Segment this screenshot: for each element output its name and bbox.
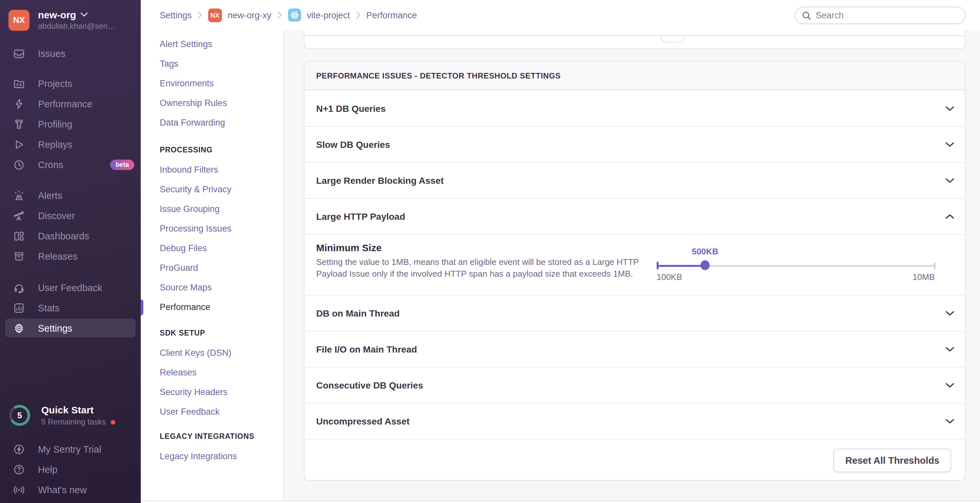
settings-nav-debug-files[interactable]: Debug Files	[160, 238, 280, 258]
svg-text:5: 5	[18, 411, 22, 420]
detector-row-large-http-payload[interactable]: Large HTTP Payload	[304, 198, 965, 234]
sidebar-item-replays[interactable]: Replays	[0, 134, 141, 154]
slider-min-label: 100KB	[657, 272, 682, 282]
sidebar-item-label: Help	[38, 464, 57, 474]
settings-nav-list: Alert SettingsTagsEnvironmentsOwnership …	[160, 34, 280, 466]
sidebar-item-what-s-new[interactable]: What's new	[0, 479, 141, 500]
settings-nav-processing-issues[interactable]: Processing Issues	[160, 219, 280, 238]
page-footer-edge	[141, 500, 980, 503]
slider-thumb[interactable]	[700, 260, 710, 270]
detail-text-block: Minimum Size Setting the value to 1MB, m…	[304, 235, 657, 295]
sidebar-nav: Issues Projects Performance Profiling Re…	[0, 43, 141, 338]
slider-max-cap	[934, 262, 935, 270]
nav-section-header: SDK SETUP	[160, 323, 280, 343]
quick-start-panel[interactable]: 5 Quick Start 5 Remaining tasks	[8, 404, 115, 427]
detector-row-consecutive-db-queries[interactable]: Consecutive DB Queries	[304, 367, 965, 403]
detector-row-slow-db-queries[interactable]: Slow DB Queries	[304, 126, 965, 162]
sidebar-item-releases[interactable]: Releases	[0, 246, 141, 266]
sidebar-item-label: Dashboards	[38, 230, 89, 241]
issues-icon	[13, 48, 25, 59]
detail-field-name: Minimum Size	[316, 242, 657, 253]
sidebar-item-help[interactable]: Help	[0, 459, 141, 479]
sidebar-item-dashboards[interactable]: Dashboards	[0, 226, 141, 246]
sidebar-item-stats[interactable]: Stats	[0, 298, 141, 318]
sidebar-item-my-sentry-trial[interactable]: My Sentry Trial	[0, 439, 141, 459]
chevron-down-icon	[945, 311, 955, 316]
breadcrumb-item-settings[interactable]: Settings	[160, 10, 192, 20]
detector-row-uncompressed-asset[interactable]: Uncompressed Asset	[304, 403, 965, 439]
settings-nav-performance[interactable]: Performance	[160, 297, 280, 317]
sidebar-item-label: Crons	[38, 159, 63, 170]
nav-section-header: PROCESSING	[160, 140, 280, 160]
search-input[interactable]	[816, 11, 958, 20]
top-bar: SettingsNXnew-org-xyvite-projectPerforma…	[141, 0, 980, 30]
sidebar-item-label: Stats	[38, 303, 60, 313]
settings-nav-environments[interactable]: Environments	[160, 73, 280, 93]
org-switcher[interactable]: NX new-org abdullah.khan@sen…	[0, 0, 141, 37]
alerts-icon	[13, 189, 25, 201]
org-name: new-org	[38, 9, 76, 20]
quick-start-meta: Quick Start 5 Remaining tasks	[41, 404, 115, 427]
slider-min-cap	[657, 262, 659, 270]
chevron-down-icon	[945, 178, 955, 183]
breadcrumb-item-new-org-xy[interactable]: NXnew-org-xy	[208, 8, 272, 22]
settings-nav-tags[interactable]: Tags	[160, 54, 280, 73]
chevron-down-icon	[81, 13, 88, 17]
settings-nav-legacy-integrations[interactable]: Legacy Integrations	[160, 446, 280, 466]
sidebar-item-label: Discover	[38, 210, 75, 221]
settings-nav-ownership-rules[interactable]: Ownership Rules	[160, 93, 280, 113]
sidebar-item-issues[interactable]: Issues	[0, 43, 141, 63]
search-box[interactable]	[795, 6, 966, 24]
sidebar-item-crons[interactable]: Cronsbeta	[0, 154, 141, 175]
org-badge: NX	[208, 8, 222, 22]
detector-row-label: Large HTTP Payload	[316, 211, 405, 222]
settings-nav-security-privacy[interactable]: Security & Privacy	[160, 179, 280, 199]
sidebar-item-profiling[interactable]: Profiling	[0, 114, 141, 134]
sidebar-item-alerts[interactable]: Alerts	[0, 185, 141, 205]
detail-field-description: Setting the value to 1MB, means that an …	[316, 256, 647, 279]
breadcrumb-item-vite-project[interactable]: vite-project	[288, 8, 350, 22]
reset-all-thresholds-button[interactable]: Reset All Thresholds	[834, 449, 951, 472]
detector-row-file-i-o-on-main-thread[interactable]: File I/O on Main Thread	[304, 331, 965, 367]
breadcrumb-label: Performance	[366, 10, 417, 20]
sidebar-item-discover[interactable]: Discover	[0, 205, 141, 226]
sidebar-item-projects[interactable]: Projects	[0, 73, 141, 94]
settings-nav-releases[interactable]: Releases	[160, 362, 280, 382]
minimum-size-slider: 500KB 100KB 10MB	[657, 235, 935, 295]
settings-nav-alert-settings[interactable]: Alert Settings	[160, 34, 280, 54]
settings-nav-inbound-filters[interactable]: Inbound Filters	[160, 160, 280, 179]
breadcrumb-separator-icon	[277, 11, 282, 19]
content-area: PERFORMANCE ISSUES - DETECTOR THRESHOLD …	[284, 30, 980, 503]
whats-new-icon	[13, 484, 25, 495]
discover-icon	[13, 209, 25, 221]
collapse-notch-button[interactable]	[660, 36, 686, 43]
settings-nav-client-keys-dsn-[interactable]: Client Keys (DSN)	[160, 343, 280, 362]
settings-nav-source-maps[interactable]: Source Maps	[160, 277, 280, 297]
detector-row-n-1-db-queries[interactable]: N+1 DB Queries	[304, 90, 965, 126]
react-project-icon	[288, 8, 301, 22]
sidebar-item-label: Projects	[38, 78, 72, 89]
detector-row-label: Slow DB Queries	[316, 139, 390, 150]
sidebar-item-label: User Feedback	[38, 282, 102, 293]
stats-icon	[13, 302, 25, 314]
panel-footer: Reset All Thresholds	[304, 439, 965, 480]
card-divider	[304, 35, 965, 36]
detector-detail-large-http-payload: Minimum Size Setting the value to 1MB, m…	[304, 234, 965, 295]
settings-nav-proguard[interactable]: ProGuard	[160, 258, 280, 277]
search-icon	[802, 11, 811, 20]
threshold-settings-panel: PERFORMANCE ISSUES - DETECTOR THRESHOLD …	[304, 61, 966, 481]
settings-nav-user-feedback[interactable]: User Feedback	[160, 401, 280, 421]
sidebar-item-label: Profiling	[38, 119, 72, 129]
chevron-up-icon	[945, 214, 955, 219]
settings-nav-security-headers[interactable]: Security Headers	[160, 382, 280, 401]
settings-nav-data-forwarding[interactable]: Data Forwarding	[160, 113, 280, 132]
settings-nav-issue-grouping[interactable]: Issue Grouping	[160, 199, 280, 219]
sidebar-item-user-feedback[interactable]: User Feedback	[0, 277, 141, 298]
sidebar-item-label: What's new	[38, 484, 87, 495]
sidebar-item-settings[interactable]: Settings	[0, 318, 141, 338]
detector-row-large-render-blocking-asset[interactable]: Large Render Blocking Asset	[304, 162, 965, 198]
sidebar-item-performance[interactable]: Performance	[0, 94, 141, 114]
breadcrumb-item-performance[interactable]: Performance	[366, 10, 417, 20]
quick-start-title: Quick Start	[41, 404, 115, 415]
detector-row-db-on-main-thread[interactable]: DB on Main Thread	[304, 295, 965, 331]
